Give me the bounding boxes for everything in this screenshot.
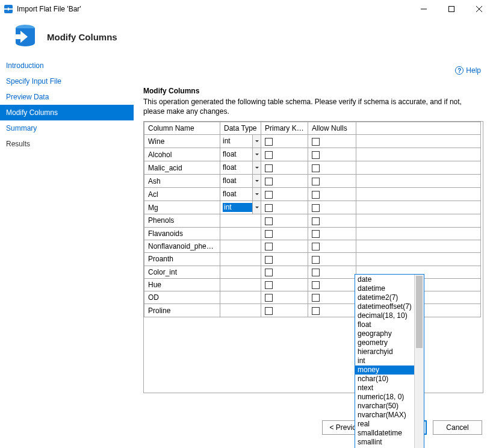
header-data-type[interactable]: Data Type	[220, 122, 261, 135]
cell-column-name[interactable]: Phenols	[144, 214, 220, 227]
cell-allow-nulls[interactable]	[308, 188, 356, 201]
chevron-down-icon[interactable]	[252, 161, 261, 174]
checkbox[interactable]	[312, 256, 320, 264]
cell-primary-key[interactable]	[261, 135, 308, 148]
cell-allow-nulls[interactable]	[308, 240, 356, 252]
datatype-option[interactable]: datetime	[355, 284, 414, 293]
sidebar-item-modify-columns[interactable]: Modify Columns	[0, 105, 134, 120]
cancel-button[interactable]: Cancel	[433, 420, 482, 435]
checkbox[interactable]	[312, 191, 320, 199]
checkbox[interactable]	[265, 243, 273, 250]
cell-column-name[interactable]: Flavanoids	[144, 227, 220, 240]
cell-column-name[interactable]: Alcohol	[144, 148, 220, 161]
chevron-down-icon[interactable]	[252, 201, 261, 214]
datatype-option[interactable]: decimal(18, 10)	[355, 311, 414, 320]
header-allow-nulls[interactable]: Allow Nulls	[308, 122, 356, 135]
cell-allow-nulls[interactable]	[308, 291, 356, 304]
checkbox[interactable]	[312, 178, 320, 185]
scrollbar-thumb[interactable]	[416, 276, 423, 348]
chevron-down-icon[interactable]	[252, 188, 261, 201]
datatype-option[interactable]: date	[355, 275, 414, 284]
checkbox[interactable]	[265, 256, 273, 264]
checkbox[interactable]	[265, 178, 273, 185]
maximize-button[interactable]	[438, 0, 465, 18]
cell-allow-nulls[interactable]	[308, 266, 356, 278]
datatype-option[interactable]: geometry	[355, 338, 414, 347]
cell-allow-nulls[interactable]	[308, 253, 356, 266]
cell-data-type[interactable]: int	[220, 201, 261, 214]
cell-data-type[interactable]: float	[220, 148, 261, 161]
cell-allow-nulls[interactable]	[308, 278, 356, 291]
datatype-option[interactable]: datetime2(7)	[355, 293, 414, 302]
checkbox[interactable]	[312, 269, 320, 276]
sidebar-item-summary[interactable]: Summary	[0, 120, 134, 136]
datatype-value[interactable]: float	[223, 176, 252, 185]
checkbox[interactable]	[312, 307, 320, 315]
cell-column-name[interactable]: Proanth	[144, 253, 220, 266]
datatype-option[interactable]: ntext	[355, 384, 414, 393]
cell-primary-key[interactable]	[261, 214, 308, 227]
checkbox[interactable]	[312, 281, 320, 289]
cell-data-type[interactable]: float	[220, 175, 261, 188]
cell-primary-key[interactable]	[261, 148, 308, 161]
checkbox[interactable]	[312, 151, 320, 159]
checkbox[interactable]	[312, 243, 320, 250]
chevron-down-icon[interactable]	[252, 148, 261, 161]
cell-primary-key[interactable]	[261, 291, 308, 304]
cell-allow-nulls[interactable]	[308, 201, 356, 214]
close-button[interactable]	[465, 0, 493, 18]
cell-primary-key[interactable]	[261, 227, 308, 240]
checkbox[interactable]	[265, 269, 273, 276]
checkbox[interactable]	[312, 230, 320, 238]
sidebar-item-preview-data[interactable]: Preview Data	[0, 89, 134, 105]
checkbox[interactable]	[312, 204, 320, 212]
cell-allow-nulls[interactable]	[308, 135, 356, 148]
datatype-option[interactable]: real	[355, 420, 414, 429]
datatype-option[interactable]: nvarchar(MAX)	[355, 411, 414, 420]
cell-data-type[interactable]: float	[220, 188, 261, 201]
checkbox[interactable]	[265, 281, 273, 289]
checkbox[interactable]	[312, 164, 320, 172]
header-column-name[interactable]: Column Name	[144, 122, 220, 135]
cell-primary-key[interactable]	[261, 175, 308, 188]
datatype-option[interactable]: geography	[355, 329, 414, 338]
cell-column-name[interactable]: Nonflavanoid_phenols	[144, 240, 220, 252]
cell-column-name[interactable]: OD	[144, 291, 220, 304]
checkbox[interactable]	[312, 294, 320, 302]
checkbox[interactable]	[265, 138, 273, 146]
datatype-option[interactable]: nchar(10)	[355, 375, 414, 384]
cell-primary-key[interactable]	[261, 201, 308, 214]
cell-primary-key[interactable]	[261, 304, 308, 317]
datatype-value[interactable]: int	[223, 203, 252, 212]
cell-column-name[interactable]: Malic_acid	[144, 161, 220, 175]
checkbox[interactable]	[265, 191, 273, 199]
checkbox[interactable]	[265, 307, 273, 315]
cell-allow-nulls[interactable]	[308, 148, 356, 161]
datatype-option[interactable]: datetimeoffset(7)	[355, 302, 414, 311]
cell-primary-key[interactable]	[261, 188, 308, 201]
cell-column-name[interactable]: Acl	[144, 188, 220, 201]
cell-allow-nulls[interactable]	[308, 214, 356, 227]
minimize-button[interactable]	[410, 0, 438, 18]
sidebar-item-specify-input-file[interactable]: Specify Input File	[0, 73, 134, 89]
datatype-dropdown[interactable]: datedatetimedatetime2(7)datetimeoffset(7…	[355, 274, 424, 448]
checkbox[interactable]	[265, 204, 273, 212]
header-primary-key[interactable]: Primary Key	[261, 122, 308, 135]
checkbox[interactable]	[312, 138, 320, 146]
cell-column-name[interactable]: Hue	[144, 278, 220, 291]
cell-column-name[interactable]: Wine	[144, 135, 220, 148]
datatype-option[interactable]: int	[355, 356, 414, 366]
cell-allow-nulls[interactable]	[308, 227, 356, 240]
cell-primary-key[interactable]	[261, 253, 308, 266]
help-link[interactable]: ? Help	[455, 66, 481, 75]
datatype-option[interactable]: float	[355, 320, 414, 329]
datatype-value[interactable]: float	[223, 190, 252, 199]
cell-primary-key[interactable]	[261, 278, 308, 291]
checkbox[interactable]	[265, 230, 273, 238]
dropdown-scrollbar[interactable]	[414, 275, 424, 448]
cell-data-type[interactable]: float	[220, 161, 261, 175]
chevron-down-icon[interactable]	[252, 175, 261, 187]
cell-column-name[interactable]: Ash	[144, 175, 220, 188]
cell-allow-nulls[interactable]	[308, 175, 356, 188]
datatype-option[interactable]: smalldatetime	[355, 429, 414, 438]
